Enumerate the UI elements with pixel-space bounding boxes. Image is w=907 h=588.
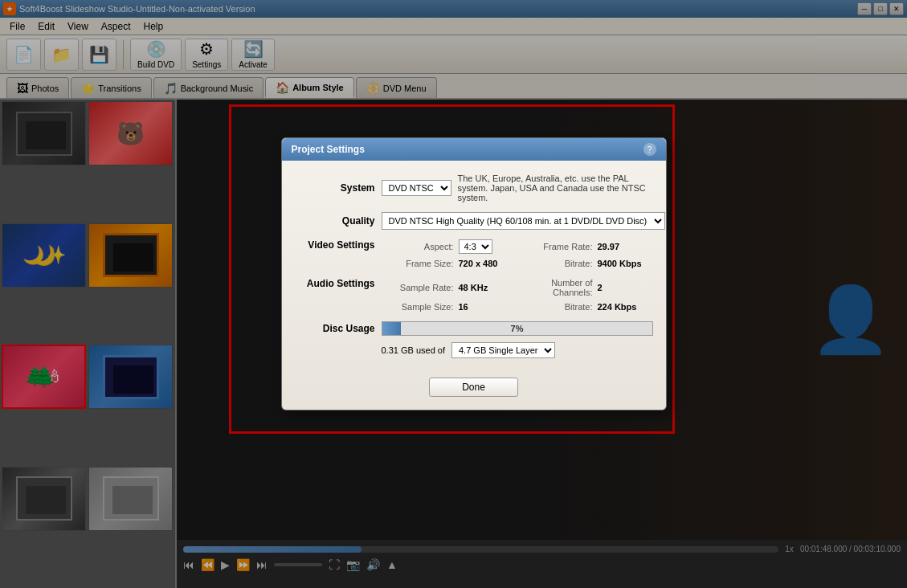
storage-row: 0.31 GB used of 4.7 GB Single Layer bbox=[295, 342, 653, 358]
frame-rate-value: 29.97 bbox=[598, 242, 620, 251]
bitrate-field: Bitrate: 9400 Kbps bbox=[521, 259, 653, 268]
disc-usage-progress: 7% bbox=[382, 321, 653, 336]
frame-rate-field: Frame Rate: 29.97 bbox=[521, 239, 653, 254]
sample-rate-label: Sample Rate: bbox=[382, 283, 454, 292]
num-channels-value: 2 bbox=[598, 283, 603, 292]
quality-select[interactable]: DVD NTSC High Quality (HQ 60/108 min. at… bbox=[382, 212, 665, 230]
audio-bitrate-field: Bitrate: 224 Kbps bbox=[521, 302, 653, 312]
quality-row: Quality DVD NTSC High Quality (HQ 60/108… bbox=[295, 212, 653, 230]
system-desc: The UK, Europe, Australia, etc. use the … bbox=[458, 174, 653, 202]
bitrate-label: Bitrate: bbox=[521, 259, 593, 268]
frame-rate-label: Frame Rate: bbox=[521, 242, 593, 251]
sample-rate-field: Sample Rate: 48 KHz bbox=[382, 278, 514, 297]
sample-size-field: Sample Size: 16 bbox=[382, 302, 514, 312]
modal-body: System DVD NTSC The UK, Europe, Australi… bbox=[282, 161, 666, 371]
aspect-field: Aspect: 4:3 bbox=[382, 239, 514, 254]
sample-rate-value: 48 KHz bbox=[459, 283, 488, 292]
audio-settings-label: Audio Settings bbox=[295, 278, 375, 289]
frame-size-field: Frame Size: 720 x 480 bbox=[382, 259, 514, 268]
video-settings-row: Video Settings Aspect: 4:3 Frame Rate: 2… bbox=[295, 239, 653, 268]
modal-overlay: Project Settings ? System DVD NTSC The U… bbox=[0, 0, 907, 588]
frame-size-value: 720 x 480 bbox=[459, 259, 498, 268]
modal-close-button[interactable]: ? bbox=[643, 143, 656, 156]
modal-title: Project Settings bbox=[292, 144, 365, 155]
quality-label: Quality bbox=[295, 215, 375, 227]
frame-size-label: Frame Size: bbox=[382, 259, 454, 268]
project-settings-modal: Project Settings ? System DVD NTSC The U… bbox=[281, 137, 667, 410]
storage-text: 0.31 GB used of bbox=[382, 345, 446, 355]
audio-bitrate-value: 224 Kbps bbox=[598, 302, 637, 312]
modal-footer: Done bbox=[282, 371, 666, 410]
video-settings-label: Video Settings bbox=[295, 239, 375, 251]
audio-settings-row: Audio Settings Sample Rate: 48 KHz Numbe… bbox=[295, 278, 653, 312]
system-row: System DVD NTSC The UK, Europe, Australi… bbox=[295, 174, 653, 202]
sample-size-label: Sample Size: bbox=[382, 302, 454, 312]
num-channels-field: Number of Channels: 2 bbox=[521, 278, 653, 297]
done-button[interactable]: Done bbox=[429, 378, 518, 397]
aspect-label: Aspect: bbox=[382, 242, 454, 251]
disc-usage-percent: 7% bbox=[511, 324, 524, 333]
num-channels-label: Number of Channels: bbox=[521, 278, 593, 297]
modal-header: Project Settings ? bbox=[282, 138, 666, 161]
bitrate-value: 9400 Kbps bbox=[598, 259, 642, 268]
storage-select[interactable]: 4.7 GB Single Layer bbox=[451, 342, 555, 358]
audio-bitrate-label: Bitrate: bbox=[521, 302, 593, 312]
disc-usage-row: Disc Usage 7% bbox=[295, 321, 653, 336]
system-label: System bbox=[295, 182, 375, 194]
disc-usage-bar bbox=[382, 322, 402, 335]
system-select[interactable]: DVD NTSC bbox=[382, 180, 451, 196]
disc-usage-label: Disc Usage bbox=[295, 323, 375, 334]
aspect-select[interactable]: 4:3 bbox=[459, 239, 492, 254]
sample-size-value: 16 bbox=[459, 302, 468, 312]
